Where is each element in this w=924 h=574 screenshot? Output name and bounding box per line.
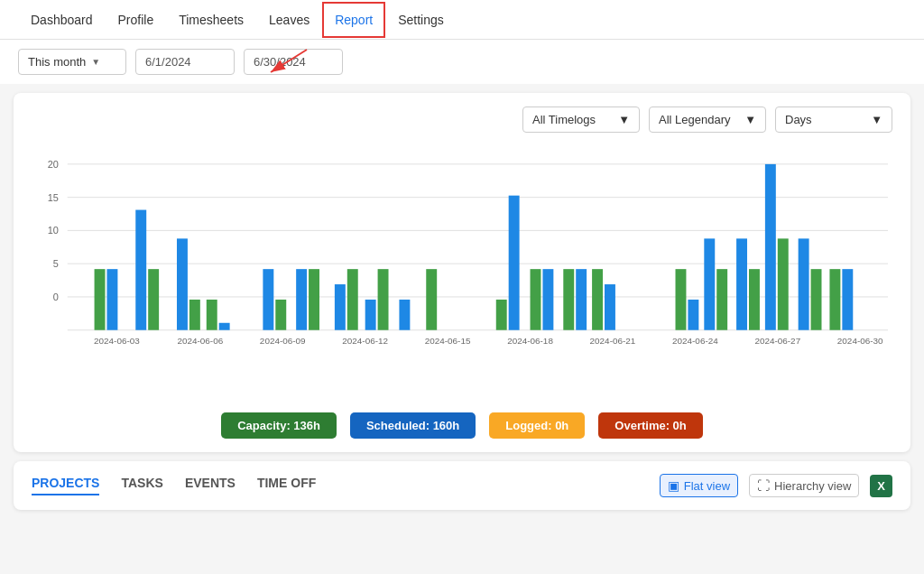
flat-view-icon: ▣ [668,478,679,493]
svg-rect-34 [347,269,358,330]
svg-rect-30 [275,300,286,330]
svg-rect-31 [296,269,307,330]
svg-rect-43 [563,269,574,330]
svg-text:2024-06-06: 2024-06-06 [177,336,223,346]
svg-rect-24 [148,269,159,330]
svg-rect-23 [135,210,146,330]
svg-rect-39 [496,300,507,330]
hierarchy-view-button[interactable]: ⛶ Hierarchy view [749,474,859,497]
svg-rect-32 [309,269,319,330]
svg-rect-22 [106,269,117,330]
chart-legend: Capacity: 136h Scheduled: 160h Logged: 0… [32,412,892,439]
tab-events[interactable]: EVENTS [185,476,236,495]
svg-rect-46 [605,284,615,330]
nav-report[interactable]: Report [322,2,385,38]
period-filter[interactable]: Days ▼ [775,106,892,133]
svg-rect-57 [829,269,840,330]
svg-text:2024-06-15: 2024-06-15 [425,336,471,346]
chevron-down-icon: ▼ [871,113,882,126]
svg-rect-27 [207,300,217,330]
svg-text:20: 20 [48,159,59,170]
svg-rect-25 [177,238,188,329]
period-selector[interactable]: This month ▼ [18,49,126,75]
svg-text:15: 15 [48,192,59,203]
svg-text:2024-06-18: 2024-06-18 [507,336,553,346]
svg-rect-48 [688,300,698,330]
svg-rect-47 [676,269,687,330]
svg-text:5: 5 [53,258,59,269]
svg-rect-54 [778,238,789,329]
scheduled-badge: Scheduled: 160h [350,412,476,439]
svg-rect-51 [736,238,747,329]
svg-text:2024-06-21: 2024-06-21 [590,336,636,346]
svg-text:10: 10 [48,225,59,236]
end-date-input[interactable] [244,49,343,75]
svg-rect-56 [811,269,822,330]
svg-rect-55 [799,238,809,329]
main-nav: Dashboard Profile Timesheets Leaves Repo… [0,0,924,40]
chart-container: All Timelogs ▼ All Legendary ▼ Days ▼ 20… [14,93,910,452]
svg-rect-29 [263,269,273,330]
view-buttons: ▣ Flat view ⛶ Hierarchy view X [660,474,892,497]
tab-bar: PROJECTS TASKS EVENTS TIME OFF [32,476,316,495]
timelogs-filter[interactable]: All Timelogs ▼ [522,106,640,133]
svg-rect-58 [842,269,853,330]
nav-settings[interactable]: Settings [385,2,457,38]
tab-tasks[interactable]: TASKS [121,476,162,495]
svg-text:2024-06-30: 2024-06-30 [837,336,883,346]
chevron-down-icon: ▼ [744,113,756,126]
bottom-section: PROJECTS TASKS EVENTS TIME OFF ▣ Flat vi… [14,461,910,510]
nav-timesheets[interactable]: Timesheets [166,2,256,38]
svg-text:2024-06-03: 2024-06-03 [94,336,140,346]
nav-leaves[interactable]: Leaves [256,2,322,38]
overtime-badge: Overtime: 0h [598,412,702,439]
svg-rect-26 [189,300,200,330]
tab-projects[interactable]: PROJECTS [32,476,99,495]
svg-text:2024-06-27: 2024-06-27 [754,336,800,346]
chevron-down-icon: ▼ [91,57,100,67]
svg-text:0: 0 [53,292,59,302]
svg-rect-37 [399,300,410,330]
svg-rect-35 [365,300,376,330]
hierarchy-view-icon: ⛶ [757,478,770,493]
svg-rect-40 [509,196,520,330]
svg-rect-21 [95,269,106,330]
hierarchy-view-label: Hierarchy view [774,479,851,493]
logged-badge: Logged: 0h [489,412,585,439]
svg-text:2024-06-09: 2024-06-09 [260,336,306,346]
svg-rect-42 [542,269,553,330]
tab-time-off[interactable]: TIME OFF [257,476,316,495]
toolbar: This month ▼ [0,40,924,84]
svg-rect-38 [426,269,437,330]
excel-export-button[interactable]: X [870,475,892,497]
nav-profile[interactable]: Profile [106,2,167,38]
nav-dashboard[interactable]: Dashboard [18,2,106,38]
svg-rect-36 [378,269,389,330]
svg-rect-33 [335,284,346,330]
capacity-badge: Capacity: 136h [221,412,337,439]
legendary-filter[interactable]: All Legendary ▼ [649,106,766,133]
chart-filters: All Timelogs ▼ All Legendary ▼ Days ▼ [32,106,892,133]
svg-rect-44 [576,269,587,330]
svg-rect-28 [219,323,230,330]
svg-rect-41 [531,269,541,330]
flat-view-label: Flat view [684,479,730,493]
chart-area: 20 15 10 5 0 2024-06-03 2024-06-06 2024-… [32,146,892,400]
svg-rect-45 [592,269,603,330]
period-label: This month [28,55,86,69]
svg-rect-53 [765,164,776,330]
svg-text:2024-06-12: 2024-06-12 [342,336,388,346]
chevron-down-icon: ▼ [618,113,630,126]
start-date-input[interactable] [135,49,235,75]
svg-rect-50 [716,269,727,330]
chart-svg: 20 15 10 5 0 2024-06-03 2024-06-06 2024-… [32,146,892,397]
svg-text:2024-06-24: 2024-06-24 [672,336,718,346]
svg-rect-49 [704,238,715,329]
flat-view-button[interactable]: ▣ Flat view [660,474,738,497]
svg-rect-52 [749,269,760,330]
